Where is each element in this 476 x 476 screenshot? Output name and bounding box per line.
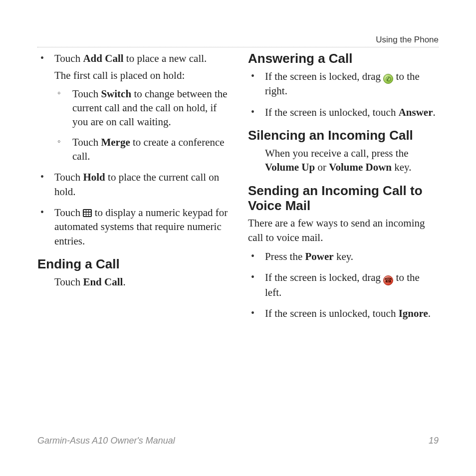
page-footer: Garmin-Asus A10 Owner's Manual 19 (37, 436, 439, 446)
content-columns: Touch Add Call to place a new call. The … (37, 51, 439, 328)
text: Press the (265, 250, 305, 262)
bold-text: Ignore (399, 307, 428, 319)
bold-text: End Call (83, 276, 123, 288)
text: to place a new call. (124, 52, 207, 64)
list-item: Touch Hold to place the current call on … (37, 170, 228, 199)
list-item: Touch Switch to change between the curre… (54, 87, 228, 129)
heading-silencing-call: Silencing an Incoming Call (248, 128, 439, 143)
bold-text: Power (305, 250, 334, 262)
heading-voicemail: Sending an Incoming Call to Voice Mail (248, 184, 439, 214)
answering-list: If the screen is locked, drag ✆ to the r… (248, 69, 439, 119)
heading-ending-call: Ending a Call (37, 257, 228, 272)
bold-text: Switch (101, 88, 131, 100)
bold-text: Volume Up (265, 161, 315, 173)
silencing-text: When you receive a call, press the Volum… (248, 146, 439, 175)
text: Touch (54, 207, 83, 219)
manual-page: Using the Phone Touch Add Call to place … (0, 0, 476, 476)
list-item: Touch to display a numeric keypad for au… (37, 206, 228, 248)
text: Touch (54, 171, 83, 183)
manual-title: Garmin-Asus A10 Owner's Manual (37, 436, 175, 446)
list-item: If the screen is locked, drag ✆ to the r… (248, 69, 439, 98)
ending-call-text: Touch End Call. (37, 275, 228, 289)
text: If the screen is unlocked, touch (265, 307, 399, 319)
bold-text: Hold (83, 171, 105, 183)
heading-answering-call: Answering a Call (248, 51, 439, 66)
list-item: If the screen is locked, drag ☎ to the l… (248, 270, 439, 299)
voicemail-list: Press the Power key. If the screen is lo… (248, 249, 439, 321)
text: If the screen is locked, drag (265, 70, 383, 82)
text: . (428, 307, 431, 319)
text: If the screen is unlocked, touch (265, 106, 399, 118)
right-column: Answering a Call If the screen is locked… (248, 51, 439, 328)
text: Touch (72, 136, 101, 148)
text: Touch (54, 52, 83, 64)
page-number: 19 (429, 436, 439, 446)
keypad-icon (83, 209, 92, 217)
text: . (123, 276, 125, 288)
text: Touch (54, 276, 83, 288)
left-column: Touch Add Call to place a new call. The … (37, 51, 228, 328)
voicemail-intro: There are a few ways to send an incoming… (248, 216, 439, 244)
left-bullet-list: Touch Add Call to place a new call. The … (37, 51, 228, 248)
text: Touch (72, 88, 101, 100)
answer-call-icon: ✆ (383, 74, 393, 84)
text: If the screen is locked, drag (265, 271, 383, 283)
bold-text: Add Call (83, 52, 123, 64)
bold-text: Volume Down (329, 161, 392, 173)
list-item: Touch Add Call to place a new call. The … (37, 51, 228, 163)
section-header: Using the Phone (37, 35, 439, 45)
list-item: Touch Merge to create a conference call. (54, 135, 228, 164)
list-item: If the screen is unlocked, touch Answer. (248, 105, 439, 119)
sub-list: Touch Switch to change between the curre… (54, 87, 228, 164)
text: When you receive a call, press the (265, 147, 408, 159)
list-item: If the screen is unlocked, touch Ignore. (248, 306, 439, 320)
text: key. (392, 161, 411, 173)
text: or (315, 161, 329, 173)
text: key. (334, 250, 353, 262)
bold-text: Answer (399, 106, 433, 118)
text: . (433, 106, 436, 118)
note-text: The first call is placed on hold: (54, 68, 228, 82)
header-divider (37, 47, 439, 47)
bold-text: Merge (101, 136, 130, 148)
reject-call-icon: ☎ (383, 275, 393, 285)
list-item: Press the Power key. (248, 249, 439, 263)
